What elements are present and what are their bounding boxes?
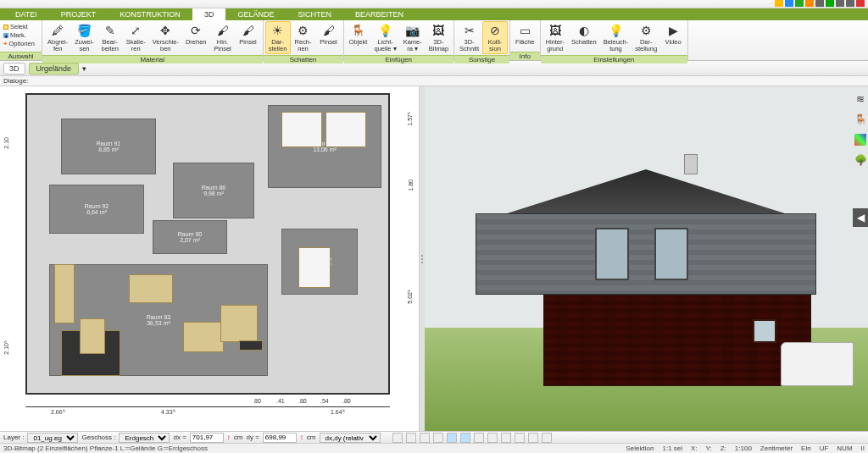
ribbon-kolli-sion[interactable]: ⊘Kolli-sion: [482, 21, 508, 54]
titlebar-btn[interactable]: [775, 0, 783, 7]
layers-icon[interactable]: ≋: [854, 93, 866, 105]
tool-btn[interactable]: [460, 433, 470, 443]
ribbon-pinsel[interactable]: 🖌Pinsel: [316, 21, 342, 54]
bottom-toolbar: Layer : 01_ug.eg.oç Geschoss : Erdgescho…: [0, 431, 868, 443]
room[interactable]: Raum 869,98 m²: [173, 163, 254, 218]
tree-icon[interactable]: 🌳: [854, 154, 866, 166]
furniture[interactable]: [183, 322, 224, 352]
floor-select[interactable]: Erdgeschos: [119, 433, 170, 443]
dy-input[interactable]: [263, 433, 297, 443]
tool-btn[interactable]: [501, 433, 511, 443]
ribbon-3d-bitmap[interactable]: 🖼3D-Bitmap: [426, 21, 452, 54]
menu-projekt[interactable]: PROJEKT: [49, 10, 108, 19]
ribbon-kame-ra-[interactable]: 📷Kame-ra ▾: [400, 21, 426, 54]
ribbon-dar-stellen[interactable]: ☀Dar-stellen: [265, 21, 291, 54]
mark-tool[interactable]: ✦Mark.: [3, 31, 35, 39]
room[interactable]: Raum 926,64 m²: [49, 185, 144, 234]
furniture[interactable]: [129, 274, 173, 303]
ribbon-3d-schnitt[interactable]: ✂3D-Schnitt: [456, 21, 482, 54]
tool-btn[interactable]: [392, 433, 403, 443]
ribbon-bear-beiten[interactable]: ✎Bear-beiten: [97, 21, 123, 54]
dropdown-icon[interactable]: ▾: [82, 64, 86, 73]
plan-pane[interactable]: Raum 918,85 m²Raum 926,64 m²Raum 869,98 …: [0, 86, 420, 431]
furniture[interactable]: [281, 112, 322, 147]
menu-sichten[interactable]: SICHTEN: [286, 10, 343, 19]
3d-view[interactable]: [425, 86, 868, 431]
furniture[interactable]: [239, 340, 263, 351]
furniture[interactable]: [326, 112, 366, 147]
tool-btn[interactable]: [474, 433, 484, 443]
furniture[interactable]: [80, 318, 105, 354]
tool-btn[interactable]: [420, 433, 430, 443]
furniture[interactable]: [298, 247, 331, 288]
menu-bearbeiten[interactable]: BEARBEITEN: [343, 10, 415, 19]
expand-icon[interactable]: ◀: [853, 208, 868, 227]
furniture[interactable]: [54, 264, 75, 323]
titlebar-btn[interactable]: [815, 0, 824, 7]
ribbon-icon: ◐: [576, 23, 592, 38]
menu-3d[interactable]: 3D: [192, 8, 226, 20]
mode-select[interactable]: dx,dy (relativ k: [320, 433, 381, 443]
ribbon-beleuch-tung[interactable]: 💡Beleuch-tung: [600, 21, 632, 54]
ribbon-icon: 🖌: [321, 23, 337, 38]
ribbon-icon: 🖼: [548, 23, 563, 38]
room[interactable]: Raum 918,85 m²: [61, 119, 156, 174]
floor-plan[interactable]: Raum 918,85 m²Raum 926,64 m²Raum 869,98 …: [25, 93, 390, 395]
ribbon-pinsel[interactable]: 🖌Pinsel: [236, 21, 261, 54]
dim-label: 2.66⁵: [51, 409, 65, 416]
minimize-icon[interactable]: [836, 0, 844, 7]
select-tool[interactable]: Selekt: [3, 23, 35, 30]
ribbon-icon: ⤢: [128, 23, 143, 38]
ribbon-icon: 💡: [378, 23, 393, 38]
tool-btn[interactable]: [447, 433, 457, 443]
breadcrumb[interactable]: Urgelände: [29, 63, 80, 75]
help-icon[interactable]: [826, 0, 834, 7]
furniture[interactable]: [220, 305, 258, 342]
palette-icon[interactable]: ▦: [854, 134, 866, 146]
view-tab[interactable]: 3D: [3, 63, 25, 75]
ribbon-video[interactable]: ▶Video: [660, 21, 686, 54]
room[interactable]: Raum 902,07 m²: [153, 220, 227, 254]
tool-btn[interactable]: [487, 433, 498, 443]
3d-pane[interactable]: ≋ 🪑 ▦ 🌳 ◀: [425, 86, 868, 431]
ribbon-icon: ⚙: [638, 23, 654, 38]
menu-konstruktion[interactable]: KONSTRUKTION: [108, 10, 192, 19]
select-group: Selekt ✦Mark. +Optionen: [2, 21, 36, 51]
layer-select[interactable]: 01_ug.eg.oç: [27, 433, 78, 443]
tool-btn[interactable]: [433, 433, 443, 443]
close-icon[interactable]: [856, 0, 865, 7]
ribbon-schatten[interactable]: ◐Schatten: [568, 21, 600, 54]
menu-datei[interactable]: DATEI: [3, 10, 49, 19]
tool-btn[interactable]: [528, 433, 538, 443]
tool-btn[interactable]: [515, 433, 525, 443]
dim-label: 4.33⁵: [161, 409, 175, 416]
ribbon-objekt[interactable]: 🪑Objekt: [346, 21, 371, 54]
ribbon-dar-stellung[interactable]: ⚙Dar-stellung: [632, 21, 660, 54]
ribbon-icon: ⟳: [188, 23, 203, 38]
titlebar-btn[interactable]: [785, 0, 793, 7]
dx-input[interactable]: [190, 433, 224, 443]
furniture-icon[interactable]: 🪑: [854, 113, 866, 125]
ribbon-hinter-grund[interactable]: 🖼Hinter-grund: [542, 21, 569, 54]
ribbon-skalie-ren[interactable]: ⤢Skalie-ren: [123, 21, 149, 54]
ribbon-icon: 📷: [405, 23, 420, 38]
options-tool[interactable]: +Optionen: [3, 40, 35, 47]
ribbon-fl-che[interactable]: ▭Fläche: [512, 21, 538, 51]
ribbon-icon: ☀: [270, 23, 286, 38]
ribbon-rech-nen[interactable]: ⚙Rech-nen: [291, 21, 316, 54]
tool-btn[interactable]: [406, 433, 416, 443]
ribbon-hin-pinsel[interactable]: 🖌Hin.Pinsel: [210, 21, 236, 54]
3d-side-tools: ≋ 🪑 ▦ 🌳 ◀: [853, 93, 868, 227]
ribbon-abgrei-fen[interactable]: 🖉Abgrei-fen: [44, 21, 71, 54]
ribbon-icon: 🖌: [215, 23, 231, 38]
group-label: Schatten: [264, 55, 343, 64]
maximize-icon[interactable]: [846, 0, 854, 7]
menu-gelände[interactable]: GELÄNDE: [225, 10, 286, 19]
ribbon-drehen[interactable]: ⟳Drehen: [182, 21, 210, 54]
ribbon-licht-quelle-[interactable]: 💡Licht-quelle ▾: [371, 21, 400, 54]
titlebar-btn[interactable]: [805, 0, 814, 7]
ribbon-zuwei-sen[interactable]: 🪣Zuwei-sen: [71, 21, 97, 54]
titlebar-btn[interactable]: [795, 0, 804, 7]
ribbon-verschie-ben[interactable]: ✥Verschie-ben: [149, 21, 182, 54]
tool-btn[interactable]: [542, 433, 552, 443]
